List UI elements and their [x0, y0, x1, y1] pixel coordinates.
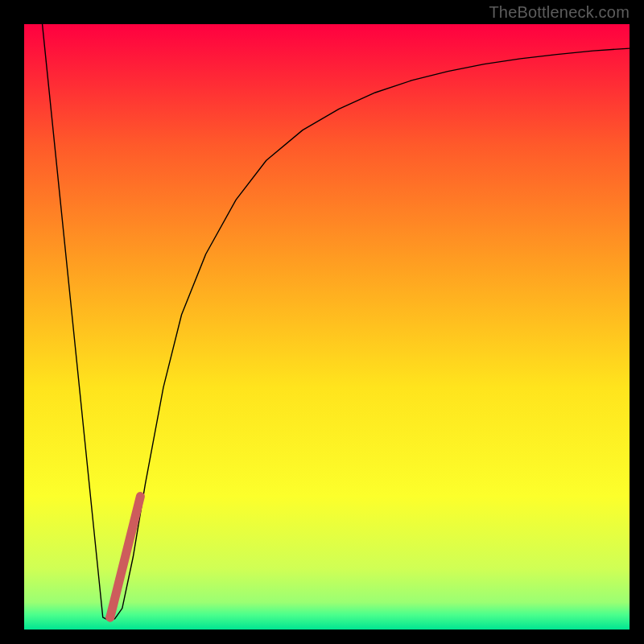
- watermark-text: TheBottleneck.com: [489, 3, 630, 22]
- chart-plot-area: [24, 24, 630, 630]
- highlight-endpoint: [105, 613, 114, 621]
- chart-svg: [24, 24, 630, 630]
- gradient-background: [24, 24, 630, 630]
- chart-frame: TheBottleneck.com: [0, 0, 644, 644]
